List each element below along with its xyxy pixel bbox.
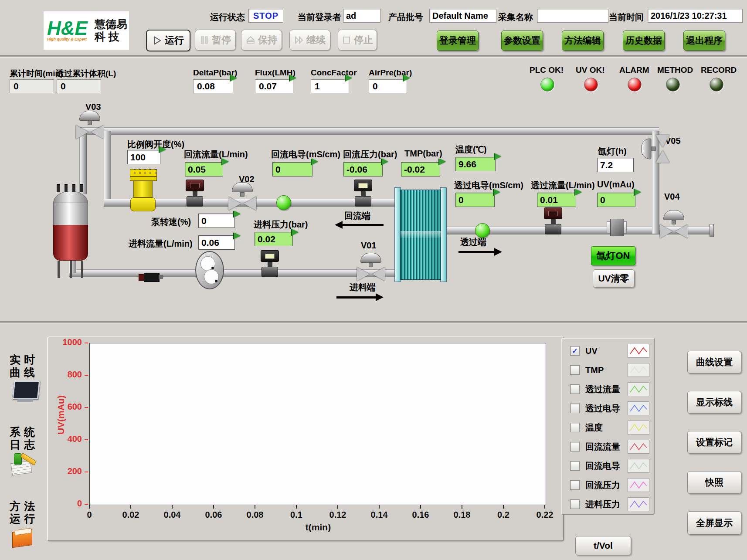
hold-button[interactable]: 保持: [241, 30, 282, 51]
legend-checkbox[interactable]: [570, 461, 580, 471]
x-tick-mark: [503, 505, 504, 509]
legend-checkbox[interactable]: [570, 384, 580, 394]
uv-label: UV(mAu): [597, 180, 635, 190]
legend-row[interactable]: ✓UV: [562, 341, 654, 360]
deltap-value[interactable]: 0.08: [193, 79, 233, 93]
plc-ok-led: [540, 78, 554, 92]
legend-checkbox[interactable]: [570, 442, 580, 451]
logo-tagline: High quality & Expert: [47, 37, 88, 41]
legend-checkbox[interactable]: [570, 480, 580, 490]
run-button[interactable]: 运行: [146, 30, 190, 51]
legend-row[interactable]: 温度: [562, 418, 654, 437]
valve-v05[interactable]: [642, 135, 670, 163]
sidebar-item-method-run[interactable]: 方法运行: [10, 500, 38, 526]
exit-program-button[interactable]: 退出程序: [683, 31, 725, 51]
pump-speed-value[interactable]: 0: [198, 214, 235, 228]
parameter-settings-button[interactable]: 参数设置: [501, 31, 543, 51]
valve-v04[interactable]: [660, 210, 688, 238]
pause-button[interactable]: 暂停: [195, 30, 236, 51]
legend-row[interactable]: 回流流量: [562, 437, 654, 456]
show-marker-line-button[interactable]: 显示标线: [687, 391, 741, 414]
legend-checkbox[interactable]: [570, 423, 580, 432]
resume-icon: [294, 35, 304, 45]
permeate-total-volume-value: 0: [57, 79, 101, 93]
history-data-button[interactable]: 历史数据: [623, 31, 665, 51]
flag-icon: [403, 75, 411, 82]
uv-value: 0: [597, 193, 635, 207]
realtime-curve-icon[interactable]: [11, 381, 38, 402]
permeate-conductivity-value: 0: [455, 193, 495, 207]
flux-value[interactable]: 0.07: [255, 79, 293, 93]
airpre-value[interactable]: 0: [369, 79, 407, 93]
reflux-status-ball: [276, 195, 291, 210]
legend-row[interactable]: 透过流量: [562, 380, 654, 399]
method-edit-button[interactable]: 方法编辑: [562, 31, 604, 51]
legend-row[interactable]: 回流电导: [562, 456, 654, 475]
legend-row[interactable]: 透过电导: [562, 399, 654, 418]
feed-pressure-label: 进料压力(bar): [254, 219, 308, 231]
x-tick-mark: [296, 505, 297, 509]
x-tick-mark: [379, 505, 380, 509]
legend-checkbox[interactable]: ✓: [570, 346, 580, 356]
record-label: RECORD: [701, 65, 737, 75]
uv-zero-button[interactable]: UV清零: [593, 269, 635, 288]
y-tick-mark: [85, 375, 88, 376]
current-time-value: 2016/1/23 10:27:31: [648, 9, 743, 23]
stop-button[interactable]: 停止: [338, 30, 377, 51]
legend-series-label: 回流压力: [585, 479, 622, 491]
x-tick-mark: [462, 505, 462, 509]
legend-line-sample-icon: [628, 459, 649, 473]
sidebar-item-system-log[interactable]: 系统日志: [10, 426, 38, 451]
batch-label: 产品批号: [388, 11, 423, 23]
trend-plot-area[interactable]: [89, 343, 546, 505]
t-vol-toggle-button[interactable]: t/Vol: [575, 536, 631, 555]
valve-v01-label: V01: [361, 241, 377, 251]
xenon-on-button[interactable]: 氙灯ON: [591, 246, 635, 265]
method-run-icon[interactable]: [12, 528, 34, 547]
valve-v04-label: V04: [664, 192, 680, 202]
sidebar-item-realtime-curve[interactable]: 实时曲线: [10, 354, 38, 379]
proportional-valve[interactable]: [130, 169, 156, 211]
reflux-flow-sensor: [186, 180, 204, 207]
system-log-icon[interactable]: [10, 453, 37, 476]
login-manage-button[interactable]: 登录管理: [437, 31, 479, 51]
permeate-status-ball: [475, 223, 490, 238]
acquisition-name-value[interactable]: [537, 9, 608, 23]
flag-icon: [311, 159, 319, 166]
valve-v02[interactable]: [228, 182, 256, 210]
legend-line-sample-icon: [628, 382, 649, 396]
snapshot-button[interactable]: 快照: [687, 471, 741, 494]
top-pipe: [79, 127, 659, 135]
legend-row[interactable]: 进料压力: [562, 495, 654, 514]
y-tick-mark: [85, 472, 88, 472]
current-user-value[interactable]: ad: [343, 9, 380, 23]
legend-series-label: 透过电导: [585, 403, 622, 414]
resume-button[interactable]: 继续: [289, 30, 330, 51]
feed-tank: [53, 183, 88, 278]
legend-line-sample-icon: [628, 497, 649, 511]
legend-line-sample-icon: [628, 440, 649, 454]
valve-v03[interactable]: [76, 111, 104, 139]
set-mark-button[interactable]: 设置标记: [687, 431, 741, 454]
valve-v01[interactable]: [357, 253, 385, 281]
legend-checkbox[interactable]: [570, 499, 580, 509]
feed-pressure-sensor: [261, 250, 279, 277]
curve-settings-button[interactable]: 曲线设置: [687, 351, 741, 373]
fullscreen-button[interactable]: 全屏显示: [687, 511, 741, 535]
legend-checkbox[interactable]: [570, 365, 580, 375]
flag-icon: [574, 189, 583, 196]
x-tick-label: 0.18: [447, 510, 477, 520]
legend-series-label: UV: [585, 346, 622, 356]
flag-icon: [493, 189, 502, 196]
x-tick-label: 0.16: [405, 510, 436, 520]
legend-row[interactable]: 回流压力: [562, 475, 654, 495]
legend-checkbox[interactable]: [570, 404, 580, 413]
batch-value[interactable]: Default Name: [429, 9, 496, 23]
x-tick-mark: [130, 505, 131, 509]
concfactor-value[interactable]: 1: [311, 79, 349, 93]
flag-icon: [634, 189, 642, 196]
x-axis-label: t(min): [288, 522, 349, 533]
xenon-hours-value[interactable]: 7.2: [597, 158, 634, 172]
legend-row[interactable]: TMP: [562, 360, 654, 380]
prop-valve-opening-value[interactable]: 100: [127, 150, 160, 164]
